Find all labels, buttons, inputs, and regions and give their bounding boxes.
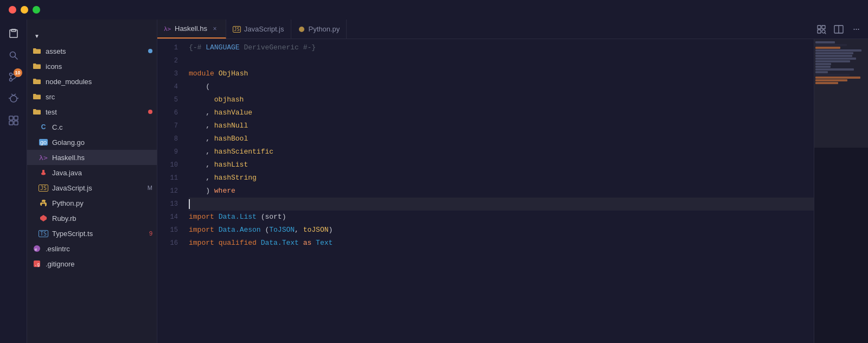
svg-text:e: e [35,247,37,252]
kw2-token: where [214,185,235,198]
tab-python-py[interactable]: Python.py [291,20,347,39]
minimap-line [815,41,835,43]
minimap-line [815,47,840,49]
svg-rect-1 [11,29,16,31]
tab-haskell-hs[interactable]: λ>Haskell.hs× [157,20,226,39]
code-line-9: , hashScientific [189,145,814,158]
tree-item-badge: 9 [149,230,152,237]
minimap-line [815,44,847,46]
search-activity-icon[interactable] [4,46,23,65]
code-line-10: , hashList [189,158,814,172]
minimap-line [815,63,831,65]
hs-tab-icon: λ> [164,25,171,33]
code-area[interactable]: {-# LANGUAGE DeriveGeneric #-}module Obj… [184,39,814,343]
split-editor-button[interactable] [831,22,846,37]
tree-root[interactable]: ▼ [27,28,157,43]
minimap-line [815,55,852,57]
tree-item-golang-go[interactable]: goGolang.go [27,135,157,150]
tree-item-node-modules[interactable]: node_modules [27,74,157,89]
close-button[interactable] [9,6,16,14]
tree-item-ruby-rb[interactable]: Ruby.rb [27,211,157,226]
eslint-file-icon: e [31,243,42,254]
hs-file-icon: λ> [38,152,49,163]
minimap-line [815,52,853,54]
folder-file-icon [31,76,42,87]
tree-item--eslintrc[interactable]: e.eslintrc [27,241,157,256]
fn-token: hashBool [214,132,248,145]
minimap [814,39,868,343]
tree-item-src[interactable]: src [27,89,157,104]
minimap-line [815,58,856,60]
type-token: Text [316,237,333,250]
tree-item-haskell-hs[interactable]: λ>Haskell.hs [27,150,157,165]
tree-item-label: Java.java [52,169,152,177]
code-line-4: ( [189,80,814,93]
punct-token [214,224,219,237]
punct-token: ) [328,224,333,237]
tree-item-java-java[interactable]: Java.java [27,165,157,180]
pragma-token: {-# [189,41,206,54]
rb-file-icon [38,213,49,224]
fn-token: toJSON [303,224,329,237]
tree-items: assetsiconsnode_modulessrctestCC.cgoGola… [27,43,157,271]
sidebar: ▼ assetsiconsnode_modulessrctestCC.cgoGo… [27,20,157,343]
tree-item-javascript-js[interactable]: JSJavaScript.jsM [27,180,157,195]
py-file-icon [38,198,49,208]
tree-item-label: TypeScript.ts [52,230,147,238]
folder-file-icon [31,106,42,117]
explorer-activity-icon[interactable] [4,24,23,43]
fn-token: objhash [214,93,244,106]
tab-close-button[interactable]: × [210,24,219,33]
punct-token [189,93,214,106]
editor-content: 12345678910111213141516 {-# LANGUAGE Der… [157,39,868,343]
svg-point-26 [299,27,304,32]
file-tree: ▼ assetsiconsnode_modulessrctestCC.cgoGo… [27,28,157,343]
tree-item-c-c[interactable]: CC.c [27,119,157,135]
tree-item--gitignore[interactable]: .g.gitignore [27,256,157,271]
titlebar [0,0,868,20]
tree-item-python-py[interactable]: Python.py [27,195,157,211]
svg-text:λ>: λ> [164,26,171,33]
tab-label: JavaScript.js [244,25,284,33]
extensions-activity-icon[interactable] [4,111,23,130]
folder-file-icon [31,46,42,56]
maximize-button[interactable] [33,6,40,14]
line-number-12: 12 [157,185,178,198]
punct-token [214,237,219,250]
code-line-6: , hashValue [189,106,814,119]
tree-item-label: Ruby.rb [52,214,152,223]
source-control-activity-icon[interactable]: 10 [4,67,23,87]
tree-item-assets[interactable]: assets [27,43,157,59]
minimap-line [815,79,847,81]
pragma-kw-token: LANGUAGE [206,41,239,54]
punct-token: , [295,224,303,237]
more-actions-button[interactable]: ··· [848,22,864,37]
tab-javascript-js[interactable]: JSJavaScript.js [226,20,291,39]
open-editors-icon[interactable] [814,22,829,37]
minimap-line [815,66,831,68]
tree-item-badge: M [148,185,152,191]
traffic-lights [9,6,40,14]
svg-text:λ: λ [39,154,43,162]
tree-item-label: Golang.go [52,138,152,147]
code-line-11: , hashString [189,172,814,185]
minimize-button[interactable] [21,6,28,14]
c-file-icon: C [38,122,49,132]
svg-rect-13 [14,116,18,120]
editor-area: λ>Haskell.hs×JSJavaScript.jsPython.py [157,20,868,343]
tree-item-typescript-ts[interactable]: TSTypeScript.ts9 [27,226,157,241]
source-control-badge: 10 [14,68,22,77]
tree-item-label: node_modules [46,78,152,86]
svg-point-7 [10,96,17,102]
tree-item-icons[interactable]: icons [27,59,157,74]
svg-rect-0 [10,30,17,37]
tree-item-test[interactable]: test [27,104,157,119]
tab-actions: ··· [814,20,868,39]
svg-point-6 [9,79,12,81]
svg-rect-28 [822,26,825,29]
code-line-1: {-# LANGUAGE DeriveGeneric #-} [189,41,814,54]
text-cursor [189,199,190,209]
debug-activity-icon[interactable] [4,89,23,109]
line-number-1: 1 [157,41,178,54]
kw-token: module [189,67,214,80]
